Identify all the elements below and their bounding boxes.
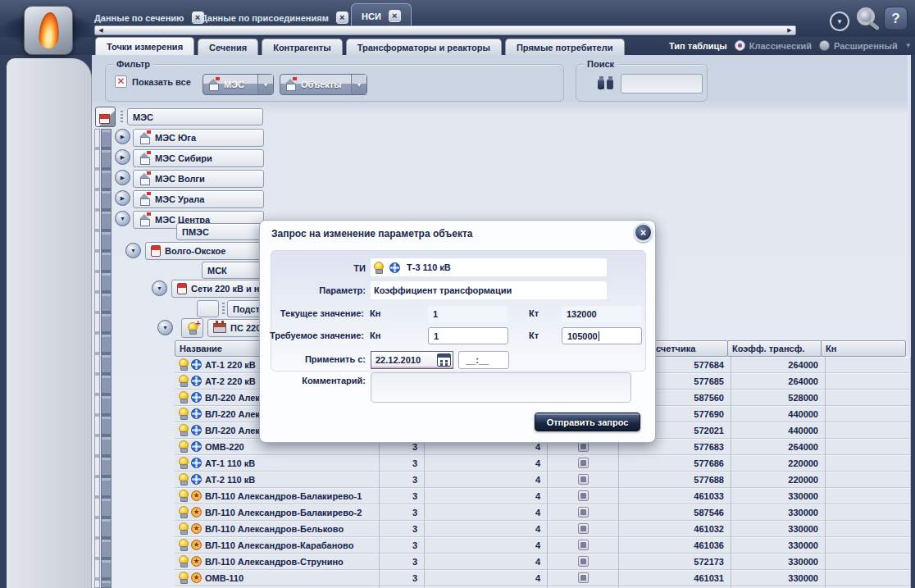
search-icon[interactable]: [857, 7, 875, 25]
tree-item-region[interactable]: ▶ МЭС Урала: [115, 190, 264, 211]
collapse-icon[interactable]: ▼: [152, 280, 167, 296]
bulb-icon: [179, 358, 189, 371]
tab-tochki-izmereniya[interactable]: Точки измерения: [95, 37, 194, 55]
show-all-button[interactable]: ✕ Показать все: [115, 75, 191, 88]
cell-value1: 3: [380, 554, 425, 570]
close-tab-icon[interactable]: ×: [336, 11, 348, 24]
objects-dropdown[interactable]: Объекты ▼: [280, 74, 367, 95]
table-row[interactable]: ВЛ-110 Александров-Балакирево-1 3 4 4610…: [175, 488, 911, 504]
submit-request-button[interactable]: Отправить запрос: [535, 413, 640, 431]
cell-kn: [826, 537, 911, 554]
tree-item-volgo-okskoe[interactable]: Волго-Окское: [145, 242, 263, 260]
point-type-icon: [191, 507, 202, 517]
cell-coef: 330000: [731, 554, 826, 570]
expand-icon[interactable]: ▼: [115, 211, 130, 226]
window-tab-label: Данные по сечению: [94, 13, 184, 23]
comment-textarea[interactable]: [371, 372, 631, 403]
mes-dropdown[interactable]: МЭС ▼: [203, 74, 274, 95]
point-type-icon: [389, 262, 400, 273]
change-parameter-dialog: Запрос на изменение параметра объекта × …: [259, 220, 656, 443]
radio-extended[interactable]: Расширенный: [819, 40, 898, 51]
table-row[interactable]: ВЛ-110 Александров-Бельково 3 4 461032 3…: [175, 521, 911, 537]
cell-kn: [826, 357, 911, 373]
cell-kn: [826, 488, 911, 504]
cell-kn: [826, 570, 911, 586]
table-row[interactable]: ВЛ-110 Александров-Балакирево-2 3 4 5875…: [175, 504, 911, 521]
table-type-label: Тип таблицы: [669, 41, 727, 51]
chevron-down-icon[interactable]: ▼: [905, 42, 912, 49]
tree-item-region[interactable]: ▶ МЭС Сибири: [115, 149, 264, 170]
collapse-chevron-icon[interactable]: ▼: [830, 11, 849, 31]
dropdown-arrow-icon[interactable]: ▼: [257, 75, 273, 94]
book-icon: [177, 283, 187, 294]
column-header-kn[interactable]: Кн: [821, 340, 906, 357]
tree-root-header[interactable]: МЭС: [127, 108, 263, 125]
kn-label: Кн: [370, 330, 386, 340]
apply-from-label: Применить с:: [260, 354, 366, 364]
radio-unselected-icon[interactable]: [819, 40, 830, 51]
cell-value1: 3: [380, 455, 425, 472]
radio-selected-icon[interactable]: [735, 40, 745, 51]
tab-pryamye-potrebiteli[interactable]: Прямые потребители: [505, 39, 625, 55]
table-row[interactable]: АТ-2 110 кВ 3 4 577688 220000: [175, 472, 911, 488]
cell-coef: 330000: [731, 488, 826, 504]
required-kt-input[interactable]: 105000: [562, 327, 642, 344]
cell-counter-number: 461033: [619, 488, 731, 504]
table-row[interactable]: АТ-1 110 кВ 3 4 577686 220000: [175, 455, 911, 472]
scroll-right-icon[interactable]: ▶: [784, 26, 795, 34]
tab-secheniya[interactable]: Сечения: [198, 39, 258, 55]
help-icon[interactable]: ?: [884, 7, 908, 30]
tree-msk-header[interactable]: МСК: [202, 262, 263, 279]
window-tab-connections[interactable]: Данные по присоединениям ×: [196, 8, 353, 27]
dialog-close-icon[interactable]: ×: [634, 223, 653, 242]
point-type-icon: [191, 376, 202, 386]
cell-value2: 4: [425, 488, 548, 504]
apply-date-input[interactable]: 22.12.2010: [371, 351, 453, 369]
bulb-icon: [179, 522, 189, 535]
cell-coef: 220000: [731, 455, 826, 472]
table-row[interactable]: ВЛ-110 Александров-Струнино 3 4 572173 3…: [175, 554, 911, 570]
house-icon: [139, 132, 151, 144]
table-row[interactable]: ВЛ-110 Александров-Карабаново 3 4 461036…: [175, 537, 911, 554]
tree-checkbox[interactable]: [197, 300, 219, 317]
column-header-coef[interactable]: Коэфф. трансф.: [727, 340, 822, 357]
dropdown-arrow-icon[interactable]: ▼: [351, 75, 366, 94]
tree-corner-icon[interactable]: [95, 107, 116, 127]
calendar-icon[interactable]: [437, 353, 451, 367]
expand-icon[interactable]: ▶: [115, 170, 130, 185]
window-tab-sections[interactable]: Данные по сечению ×: [89, 8, 209, 27]
bulb-icon: [179, 391, 189, 403]
tab-kontragenty[interactable]: Контрагенты: [262, 39, 342, 55]
expand-icon[interactable]: ▶: [115, 129, 130, 144]
expand-icon[interactable]: ▶: [115, 149, 130, 165]
table-row[interactable]: ОМВ-110 3 4 461031 330000: [175, 570, 911, 586]
collapse-icon[interactable]: ▼: [157, 320, 173, 335]
ti-label: ТИ: [271, 263, 366, 273]
tree-item-label: МЭС Сибири: [155, 153, 212, 163]
current-kt-value: 132000: [562, 306, 641, 322]
drag-handle[interactable]: [121, 111, 123, 123]
tree-pmes-header[interactable]: ПМЭС: [176, 223, 263, 240]
bulb-icon: [179, 457, 189, 469]
kt-label: Кт: [529, 308, 545, 318]
horizontal-scrollbar[interactable]: ◀ ▶: [94, 25, 796, 35]
tree-item-region[interactable]: ▶ МЭС Юга: [115, 129, 264, 149]
tab-transformatory[interactable]: Трансформаторы и реакторы: [346, 39, 502, 55]
apply-time-input[interactable]: __:__: [458, 351, 509, 369]
tree-item-region[interactable]: ▶ МЭС Волги: [115, 170, 264, 190]
close-tab-icon[interactable]: ×: [389, 10, 401, 22]
radio-classic[interactable]: Классический: [735, 40, 812, 51]
expand-icon[interactable]: ▶: [115, 190, 130, 206]
module-tabs: Точки измерения Сечения Контрагенты Тран…: [95, 37, 625, 55]
house-icon: [139, 194, 151, 205]
bulb-icon: [374, 262, 384, 274]
add-measure-point-button[interactable]: +: [181, 318, 203, 338]
scroll-left-icon[interactable]: ◀: [95, 26, 107, 34]
drag-handle[interactable]: [222, 303, 225, 315]
collapse-icon[interactable]: ▼: [125, 243, 141, 258]
tree-connector-bar: [94, 129, 100, 588]
window-tab-nsi[interactable]: НСИ ×: [351, 3, 412, 28]
point-type-icon: [191, 556, 202, 567]
required-kn-input[interactable]: 1: [428, 327, 508, 344]
search-input[interactable]: [621, 74, 703, 93]
